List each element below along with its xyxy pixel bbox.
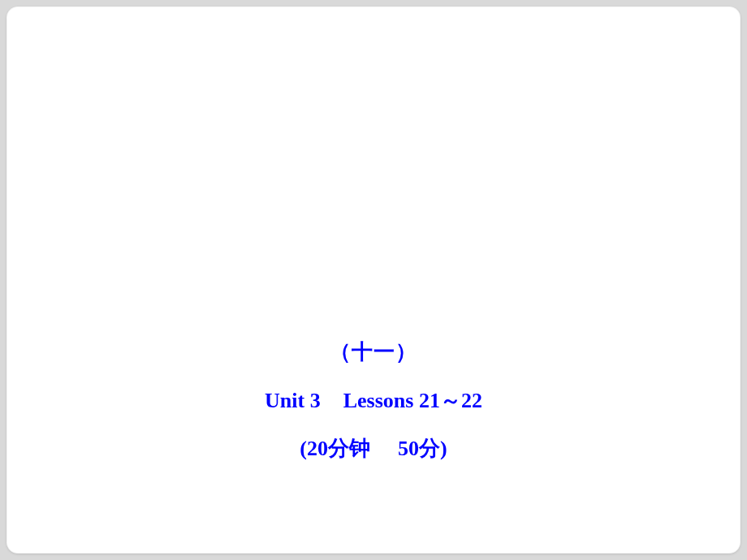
slide-unit-lesson: Unit 3Lessons 21～22	[265, 384, 482, 418]
lessons-label: Lessons 21～22	[343, 389, 482, 412]
slide-time-score: (20分钟50分)	[265, 432, 482, 466]
slide-content: （十一） Unit 3Lessons 21～22 (20分钟50分)	[265, 321, 482, 480]
slide-section-number: （十一）	[265, 335, 482, 369]
score-text: 50分)	[398, 437, 447, 460]
time-text: (20分钟	[300, 437, 370, 460]
unit-label: Unit 3	[265, 389, 321, 412]
slide-card: （十一） Unit 3Lessons 21～22 (20分钟50分)	[6, 6, 741, 554]
